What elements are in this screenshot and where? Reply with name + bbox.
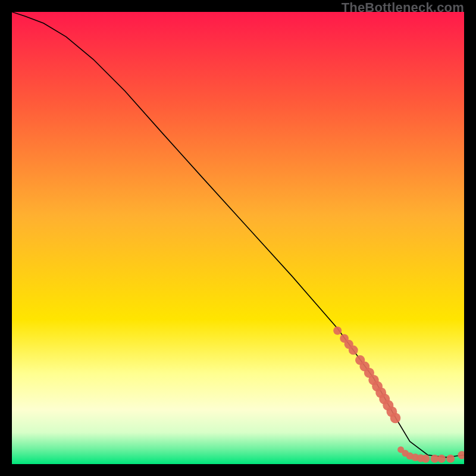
chart-frame: TheBottleneck.com <box>0 0 476 476</box>
scatter-dot <box>446 455 455 463</box>
gradient-background <box>12 12 464 464</box>
scatter-dot <box>333 327 342 335</box>
chart-plot <box>12 12 464 464</box>
scatter-dot <box>437 455 446 463</box>
scatter-dot <box>422 455 430 463</box>
scatter-dot <box>349 346 358 355</box>
scatter-dot <box>390 413 401 424</box>
